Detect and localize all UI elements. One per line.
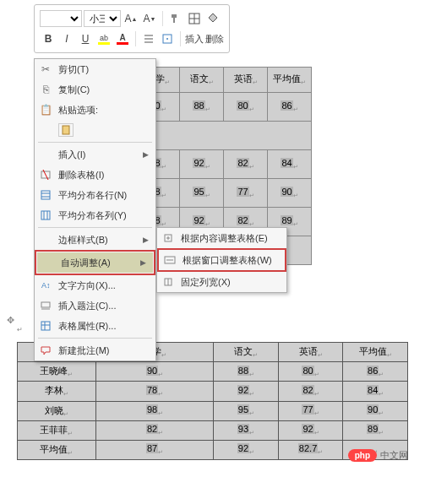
- menu-text-direction[interactable]: A↕ 文字方向(X)...: [35, 275, 155, 295]
- menu-paste-option-item[interactable]: [35, 120, 155, 140]
- php-badge-icon: php: [348, 449, 377, 462]
- table-properties-icon: [38, 319, 53, 333]
- align-icon[interactable]: [140, 30, 157, 47]
- insert-button[interactable]: 插入: [185, 30, 204, 47]
- menu-border-style[interactable]: 边框样式(B) ▶: [35, 230, 155, 250]
- borders-icon[interactable]: [186, 10, 203, 27]
- mini-toolbar: 小三 A▲ A▼ B I U ab A: [34, 4, 230, 53]
- table-row: 李林↵ 78↵ 92↵ 82↵ 84↵: [18, 382, 408, 401]
- delete-button[interactable]: 删除: [205, 30, 224, 47]
- fixed-width-icon: [161, 275, 176, 289]
- context-menu: ✂ 剪切(T) ⎘ 复制(C) 📋 粘贴选项: 插入(I) ▶ 删除表格: [34, 58, 156, 361]
- cell-align-icon[interactable]: [159, 30, 176, 47]
- format-painter-icon[interactable]: [167, 10, 184, 27]
- submenu-fit-content[interactable]: 根据内容调整表格(E): [157, 228, 286, 248]
- table-row: 刘晓↵ 98↵ 95↵ 77↵ 90↵: [18, 401, 408, 420]
- comment-icon: [38, 344, 53, 357]
- highlight-icon[interactable]: ab: [95, 30, 112, 47]
- font-name-select[interactable]: [40, 10, 82, 27]
- watermark: php 中文网: [348, 449, 408, 462]
- svg-rect-20: [41, 322, 50, 330]
- font-color-icon[interactable]: A: [114, 30, 131, 47]
- autofit-submenu: 根据内容调整表格(E) 根据窗口调整表格(W) 固定列宽(X): [156, 227, 287, 293]
- caption-icon: [38, 299, 53, 312]
- table-move-handle-icon[interactable]: ✥: [7, 315, 14, 326]
- underline-button[interactable]: U: [77, 30, 94, 47]
- fit-window-icon: [162, 253, 177, 267]
- svg-rect-14: [41, 211, 50, 219]
- menu-delete-table[interactable]: 删除表格(I): [35, 165, 155, 185]
- fit-content-icon: [161, 231, 176, 245]
- grow-font-icon[interactable]: A▲: [123, 10, 139, 27]
- menu-table-properties[interactable]: 表格属性(R)...: [35, 316, 155, 336]
- font-size-select[interactable]: 小三: [84, 10, 121, 27]
- menu-cut[interactable]: ✂ 剪切(T): [35, 59, 155, 79]
- menu-distribute-cols[interactable]: 平均分布各列(Y): [35, 205, 155, 225]
- shrink-font-icon[interactable]: A▼: [141, 10, 158, 27]
- text-direction-icon: A↕: [38, 279, 53, 292]
- svg-text:A↕: A↕: [41, 281, 51, 290]
- paste-icon: 📋: [38, 103, 53, 117]
- menu-autofit[interactable]: 自动调整(A) ▶: [37, 252, 153, 273]
- chevron-right-icon: ▶: [140, 258, 146, 267]
- distribute-cols-icon: [38, 209, 53, 222]
- submenu-fixed-width[interactable]: 固定列宽(X): [157, 272, 286, 292]
- menu-new-comment[interactable]: 新建批注(M): [35, 340, 155, 360]
- submenu-fit-window[interactable]: 根据窗口调整表格(W): [159, 250, 285, 270]
- svg-rect-8: [63, 126, 69, 134]
- chevron-right-icon: ▶: [143, 236, 149, 244]
- italic-button[interactable]: I: [58, 30, 75, 47]
- table-header: 平均值↵: [343, 343, 408, 362]
- menu-copy[interactable]: ⎘ 复制(C): [35, 79, 155, 100]
- shading-icon[interactable]: [204, 10, 221, 27]
- table-header: 语文↵: [214, 343, 279, 362]
- distribute-rows-icon: [38, 188, 53, 202]
- menu-insert[interactable]: 插入(I) ▶: [35, 144, 155, 165]
- delete-table-icon: [38, 168, 53, 182]
- table-row: 王晓峰↵ 90↵ 88↵ 80↵ 86↵: [18, 362, 408, 382]
- copy-icon: ⎘: [38, 83, 53, 96]
- menu-insert-caption[interactable]: 插入题注(C)...: [35, 295, 155, 316]
- cut-icon: ✂: [38, 62, 53, 76]
- paste-keep-source-icon[interactable]: [58, 123, 74, 137]
- svg-rect-11: [41, 191, 50, 199]
- bold-button[interactable]: B: [40, 30, 57, 47]
- chevron-right-icon: ▶: [143, 150, 149, 159]
- svg-rect-18: [41, 302, 50, 307]
- menu-distribute-rows[interactable]: 平均分布各行(N): [35, 185, 155, 205]
- table-header: 英语↵: [278, 343, 343, 362]
- table-row: 王菲菲↵ 82↵ 93↵ 92↵ 89↵: [18, 420, 408, 440]
- menu-paste-options: 📋 粘贴选项:: [35, 100, 155, 120]
- svg-point-7: [166, 38, 168, 40]
